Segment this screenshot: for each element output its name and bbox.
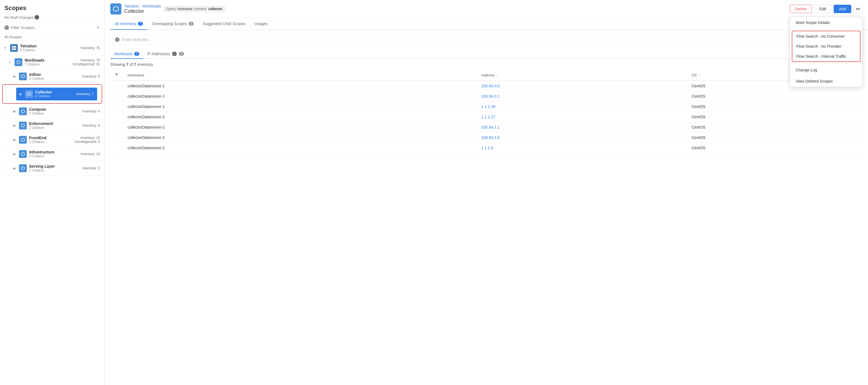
scope-inventory-infrastructure: Inventory: 14 [81,152,100,156]
dropdown-item-view-deleted[interactable]: View Deleted Scopes [790,75,862,87]
app-logo [110,3,121,14]
address-column-header[interactable]: Address ↕ [477,70,687,81]
cell-address-0[interactable]: 100.64.0.0 [477,81,687,91]
scope-children-serving-layer: 2 Children [29,168,82,172]
ip-addresses-info-icon: i [172,52,177,56]
scope-inventory-enforcement: Inventory: 0 [82,124,100,128]
dropdown-item-flow-search-consumer[interactable]: Flow Search - As Consumer [793,31,860,41]
sidebar-item-compute[interactable]: ▶ Compute 2 Children Inventory: 4 [0,104,104,119]
attributes-bar[interactable]: i Enter attributes... [110,34,862,45]
sidebar-item-tetration[interactable]: ▾ Tetration 5 Children Inventory: 75 [0,41,104,55]
breadcrumb-workloads[interactable]: Workloads [143,4,161,8]
scope-name-enforcement: Enforcement [29,121,82,126]
delete-button[interactable]: Delete [790,5,812,13]
cell-address-4[interactable]: 100.64.1.1 [477,122,687,132]
sub-tab-workloads[interactable]: Workloads 7 [110,50,143,59]
expand-icon-workloads[interactable]: ▾ [9,60,14,64]
scope-children-infrastructure: 4 Children [29,154,81,158]
dropdown-divider-1 [790,29,862,30]
expand-icon-frontend[interactable]: ▶ [13,138,19,142]
cell-address-5[interactable]: 100.64.1.0 [477,132,687,143]
scope-icon-serving-layer [19,164,27,172]
svg-rect-0 [12,46,14,48]
sidebar-item-serving-layer[interactable]: ▶ Serving Layer 2 Children Inventory: 2 [0,161,104,175]
expand-icon-collector[interactable]: ▶ [20,92,25,96]
hostname-column-header[interactable]: Hostname ↑ [123,70,477,81]
expand-icon-serving-layer[interactable]: ▶ [13,166,19,170]
scope-inventory-adhoc: Inventory: 5 [82,74,100,78]
address-sort-icon[interactable]: ↕ [497,74,498,77]
sidebar-item-frontend[interactable]: ▶ FrontEnd 3 Children Inventory: 12 Unca… [0,133,104,147]
scope-inventory-workloads: Inventory: 75 [73,58,100,62]
sidebar-item-adhoc[interactable]: ▶ Adhoc 2 Children Inventory: 5 [0,69,104,84]
cell-hostname-1: collectorDatamover-1 [123,91,477,101]
sub-tab-badge-workloads: 7 [134,52,139,56]
sidebar-item-infrastructure[interactable]: ▶ Infrastructure 4 Children Inventory: 1… [0,147,104,161]
filter-bar: i ✕ [0,22,104,33]
scope-children-workloads: 7 Children [25,63,73,66]
query-label: Query [166,7,176,11]
table-row: collectorDatamover-1 1.1.1.26 CentOS [110,101,862,112]
scope-list: ▾ Tetration 5 Children Inventory: 75 [0,41,104,385]
scope-name-serving-layer: Serving Layer [29,164,82,168]
query-hostname: Hostname [177,7,193,11]
tab-badge-all-inventory: 7 [138,22,143,26]
hostname-sort-icon[interactable]: ↑ [146,74,148,77]
scope-uncategorized-workloads: Uncategorized: 31 [73,62,100,66]
tab-usages[interactable]: Usages [250,18,272,30]
cell-address-2[interactable]: 1.1.1.26 [477,101,687,112]
sidebar-item-workloads[interactable]: ▾ Workloads 7 Children Inventory: 75 Unc… [0,55,104,69]
sidebar-item-collector[interactable]: ▶ Collector 0 Children Inventory: 7 [2,84,102,104]
scope-title: Collector [124,8,161,14]
tab-overlapping-scopes[interactable]: Overlapping Scopes 0 [147,18,198,30]
inventory-summary: Showing 7 of 7 inventory [110,62,862,67]
tab-all-inventory[interactable]: All Inventory 7 [110,18,147,30]
sub-tab-badge-ip-addresses: 0 [179,52,184,56]
table-row: collectorDatamover-2 1.1.1.5 CentOS [110,143,862,153]
cell-address-3[interactable]: 1.1.1.27 [477,112,687,122]
filter-scopes-input[interactable] [11,25,94,30]
expand-icon-compute[interactable]: ▶ [13,109,19,113]
sidebar-item-enforcement[interactable]: ▶ Enforcement 2 Children Inventory: 0 [0,119,104,133]
table-row: collectorDatamover-1 100.64.0.0 CentOS [110,81,862,91]
dropdown-item-change-log[interactable]: Change Log [790,64,862,75]
scope-name-compute: Compute [29,107,82,111]
add-button[interactable]: Add [834,5,851,13]
cell-hostname-3: collectorDatamover-2 [123,112,477,122]
filter-clear-icon[interactable]: ✕ [96,25,100,30]
expand-icon-enforcement[interactable]: ▶ [13,124,19,128]
expand-icon-tetration[interactable]: ▾ [4,46,10,50]
cell-address-6[interactable]: 1.1.1.5 [477,143,687,153]
tab-suggested-child-scopes[interactable]: Suggested Child Scopes [198,18,250,30]
inventory-table: Hostname ↑ Address ↕ OS ↕ [110,70,862,153]
scope-children-tetration: 5 Children [20,48,81,52]
scope-name-adhoc: Adhoc [29,72,82,77]
query-operator: contains [194,7,207,11]
scope-inventory-frontend: Inventory: 12 [74,136,100,140]
edit-button[interactable]: Edit [814,5,831,13]
breadcrumb-tetration[interactable]: Tetration [124,4,139,8]
cell-hostname-6: collectorDatamover-2 [123,143,477,153]
scope-icon-workloads [14,58,22,66]
scope-name-workloads: Workloads [25,58,73,63]
more-actions-button[interactable]: ••• [854,4,862,13]
main-content: Tetration : Workloads Collector Query Ho… [105,0,868,385]
sub-tab-ip-addresses[interactable]: IP Addresses i 0 [143,50,188,59]
cell-os-3: CentOS [687,112,862,122]
expand-icon-infrastructure[interactable]: ▶ [13,152,19,156]
scope-icon-tetration [10,44,18,52]
cell-hostname-4: collectorDatamover-2 [123,122,477,132]
draft-changes-info-icon[interactable]: i [35,15,39,20]
scope-icon-compute [19,107,27,115]
dropdown-item-more-scope-details[interactable]: More Scope Details [790,17,862,28]
count-shown: 7 [126,62,129,67]
dropdown-item-flow-search-provider[interactable]: Flow Search - As Provider [793,41,860,51]
dropdown-item-flow-search-internal[interactable]: Flow Search - Internal Traffic [793,51,860,61]
ellipsis-icon: ••• [856,7,860,11]
expand-icon-adhoc[interactable]: ▶ [13,74,19,78]
scope-name-infrastructure: Infrastructure [29,150,81,154]
cell-address-1[interactable]: 100.64.0.1 [477,91,687,101]
os-sort-icon[interactable]: ↕ [699,74,701,77]
query-value: collector [209,7,222,11]
tabs-bar: All Inventory 7 Overlapping Scopes 0 Sug… [105,18,868,30]
